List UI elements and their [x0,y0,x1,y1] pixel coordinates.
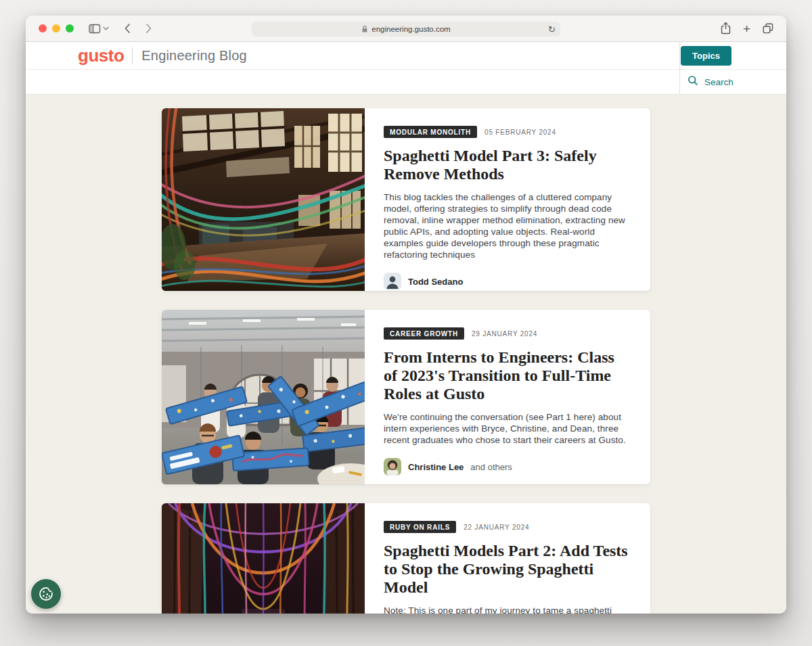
post-date: 22 JANUARY 2024 [464,524,529,531]
cookie-icon [37,585,55,603]
post-card-1[interactable]: MODULAR MONOLITH 05 FEBRUARY 2024 Spaghe… [162,108,650,291]
post-date: 05 FEBRUARY 2024 [484,129,556,136]
category-badge[interactable]: CAREER GROWTH [384,327,464,340]
author-placeholder-icon [384,273,401,290]
category-badge[interactable]: RUBY ON RAILS [384,521,456,533]
post-card-3[interactable]: RUBY ON RAILS 22 JANUARY 2024 Spaghetti … [162,503,650,614]
reload-icon[interactable]: ↻ [548,24,556,34]
search-control[interactable]: Search [687,70,734,94]
header-vertical-divider [679,42,680,95]
post-card-2[interactable]: CAREER GROWTH 29 JANUARY 2024 From Inter… [162,310,650,484]
author-name[interactable]: Christine Lee [408,462,464,472]
post-excerpt: This blog tackles the challenges of a cl… [384,191,631,260]
traffic-lights [39,24,74,32]
site-title[interactable]: Engineering Blog [141,48,247,64]
minimize-window-button[interactable] [52,24,60,32]
sidebar-toggle-icon[interactable] [89,24,101,34]
forward-button-icon[interactable] [145,23,152,34]
logo-divider [132,47,133,64]
post-title[interactable]: From Interns to Engineers: Class of 2023… [384,348,631,403]
new-tab-icon[interactable]: + [743,22,750,35]
site-header: gusto Engineering Blog Topics Search [26,42,786,95]
url-text: engineering.gusto.com [371,25,450,33]
author-avatar-photo [384,458,401,476]
cookie-consent-button[interactable] [31,579,61,609]
gusto-logo[interactable]: gusto [78,45,124,66]
close-window-button[interactable] [39,24,47,32]
author-row: Christine Lee and others [384,458,631,476]
address-bar[interactable]: engineering.gusto.com ↻ [252,22,560,37]
author-name[interactable]: Todd Sedano [408,277,463,287]
category-badge[interactable]: MODULAR MONOLITH [384,126,477,138]
blog-feed: MODULAR MONOLITH 05 FEBRUARY 2024 Spaghe… [26,95,786,614]
zoom-window-button[interactable] [66,24,74,32]
post-title[interactable]: Spaghetti Models Part 2: Add Tests to St… [384,542,631,597]
browser-toolbar: engineering.gusto.com ↻ + [26,16,786,42]
topics-button[interactable]: Topics [681,46,731,66]
author-row: Todd Sedano [384,273,631,290]
post-date: 29 JANUARY 2024 [472,330,537,338]
back-button-icon[interactable] [124,23,131,34]
search-icon[interactable] [687,75,698,89]
post-image-hanging-cables-hall[interactable] [162,503,365,614]
author-extra: and others [470,462,512,472]
sidebar-chevron-down-icon[interactable] [103,26,109,30]
post-title[interactable]: Spaghetti Model Part 3: Safely Remove Me… [384,147,631,183]
post-image-warehouse-cables[interactable] [162,108,365,291]
post-excerpt: We're continuing the conversation (see P… [384,411,631,446]
tab-overview-icon[interactable] [762,22,774,34]
post-excerpt: Note: This is one part of my journey to … [384,605,631,614]
post-image-team-banners[interactable] [162,310,365,484]
safari-window: engineering.gusto.com ↻ + gusto Engineer… [26,16,786,614]
search-label[interactable]: Search [704,77,734,87]
share-icon[interactable] [720,22,731,35]
lock-icon [361,25,368,33]
